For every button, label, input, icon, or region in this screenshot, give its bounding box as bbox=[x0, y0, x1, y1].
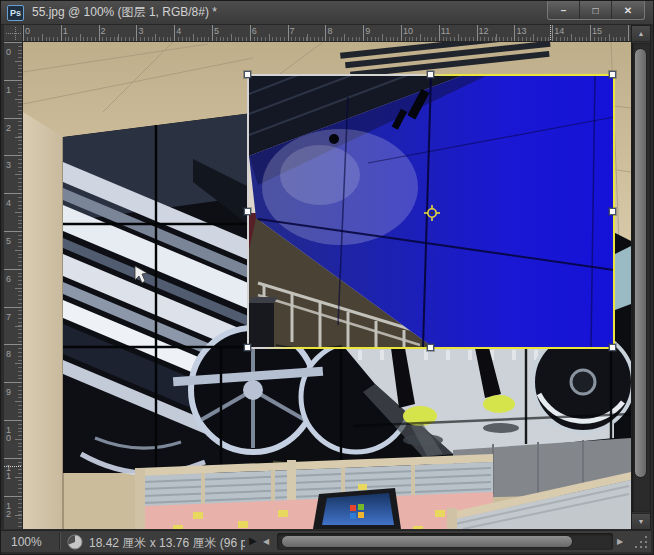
arrow-up-icon: ▲ bbox=[638, 30, 645, 37]
photoshop-document-window: Ps 55.jpg @ 100% (图层 1, RGB/8#) * – □ ✕ … bbox=[0, 0, 654, 555]
document-dimensions[interactable]: 18.42 厘米 x 13.76 厘米 (96 p... bbox=[89, 535, 245, 552]
minimize-button[interactable]: – bbox=[548, 1, 580, 19]
h-ruler-label: 0 bbox=[25, 26, 30, 36]
v-ruler-label: 10 bbox=[6, 426, 15, 442]
transform-handle-top-center[interactable] bbox=[427, 71, 434, 78]
vertical-scroll-thumb[interactable] bbox=[634, 48, 647, 478]
transform-layer[interactable] bbox=[248, 75, 614, 348]
minimize-icon: – bbox=[561, 5, 567, 16]
left-wall bbox=[23, 112, 63, 529]
v-ruler-label: 9 bbox=[6, 388, 15, 396]
restore-icon: □ bbox=[592, 5, 598, 16]
statusbar-divider bbox=[59, 533, 61, 550]
arrow-down-icon: ▼ bbox=[638, 518, 645, 525]
v-ruler-label: 7 bbox=[6, 313, 15, 321]
v-ruler-label: 1 bbox=[6, 86, 15, 94]
v-ruler-label: 5 bbox=[6, 237, 15, 245]
transform-handle-bottom-left[interactable] bbox=[244, 344, 251, 351]
scroll-right-button[interactable]: ▶ bbox=[617, 537, 623, 546]
close-icon: ✕ bbox=[624, 5, 632, 16]
horizontal-ruler[interactable]: 0 1 2 3 4 5 6 7 8 9 10 11 12 13 14 15 bbox=[23, 25, 631, 42]
scroll-up-button[interactable]: ▲ bbox=[632, 26, 650, 42]
h-ruler-label: 3 bbox=[138, 26, 143, 36]
transform-handle-top-right[interactable] bbox=[609, 71, 616, 78]
vertical-scrollbar[interactable]: ▲ ▼ bbox=[631, 25, 651, 530]
zoom-level-field[interactable]: 100% bbox=[11, 535, 42, 549]
restore-button[interactable]: □ bbox=[580, 1, 612, 19]
close-button[interactable]: ✕ bbox=[612, 1, 644, 19]
scroll-left-button[interactable]: ◀ bbox=[263, 537, 269, 546]
h-ruler-label: 5 bbox=[214, 26, 219, 36]
vertical-scroll-track[interactable] bbox=[632, 43, 650, 512]
cursor-position-indicator bbox=[550, 25, 551, 42]
document-title: 55.jpg @ 100% (图层 1, RGB/8#) * bbox=[32, 4, 217, 21]
transform-reference-point[interactable] bbox=[423, 204, 441, 222]
pc-tower bbox=[248, 297, 278, 348]
h-ruler-label: 8 bbox=[327, 26, 332, 36]
v-ruler-label: 3 bbox=[6, 161, 15, 169]
ruler-origin-box[interactable] bbox=[4, 25, 23, 42]
h-ruler-label: 11 bbox=[441, 26, 450, 36]
transform-handle-middle-left[interactable] bbox=[244, 208, 251, 215]
h-ruler-label: 4 bbox=[176, 26, 181, 36]
horizontal-scroll-thumb[interactable] bbox=[281, 535, 573, 548]
h-ruler-label: 2 bbox=[101, 26, 106, 36]
status-options-arrow[interactable]: ▶ bbox=[249, 535, 257, 546]
v-ruler-label: 2 bbox=[6, 124, 15, 132]
h-ruler-label: 9 bbox=[365, 26, 370, 36]
v-ruler-label: 12 bbox=[6, 502, 15, 518]
h-ruler-label: 12 bbox=[479, 26, 489, 36]
window-controls: – □ ✕ bbox=[547, 1, 645, 20]
scroll-down-button[interactable]: ▼ bbox=[632, 513, 650, 529]
h-ruler-label: 14 bbox=[554, 26, 564, 36]
laptop bbox=[313, 488, 401, 529]
titlebar[interactable]: Ps 55.jpg @ 100% (图层 1, RGB/8#) * – □ ✕ bbox=[1, 1, 654, 25]
right-shoe bbox=[483, 395, 515, 413]
transform-handle-top-left[interactable] bbox=[244, 71, 251, 78]
cursor-position-indicator bbox=[4, 466, 23, 467]
glass-panel bbox=[615, 246, 631, 310]
status-bar: 100% 18.42 厘米 x 13.76 厘米 (96 p... ▶ ◀ ▶ bbox=[1, 530, 651, 552]
reference-point-icon bbox=[423, 204, 441, 222]
transform-handle-bottom-center[interactable] bbox=[427, 344, 434, 351]
transform-handle-bottom-right[interactable] bbox=[609, 344, 616, 351]
v-ruler-label: 6 bbox=[6, 275, 15, 283]
document-canvas[interactable] bbox=[23, 42, 631, 529]
h-ruler-label: 13 bbox=[516, 26, 526, 36]
transform-handle-middle-right[interactable] bbox=[609, 208, 616, 215]
h-ruler-label: 10 bbox=[403, 26, 413, 36]
h-ruler-label: 6 bbox=[252, 26, 257, 36]
document-status-icon[interactable] bbox=[67, 534, 83, 550]
v-ruler-label: 0 bbox=[6, 48, 15, 56]
vertical-ruler[interactable]: 0 1 2 3 4 5 6 7 8 9 10 11 12 bbox=[4, 42, 23, 529]
v-ruler-label: 8 bbox=[6, 350, 15, 358]
photoshop-app-icon: Ps bbox=[7, 5, 24, 21]
h-ruler-label: 15 bbox=[592, 26, 602, 36]
h-ruler-label: 7 bbox=[290, 26, 295, 36]
window-resize-grip[interactable] bbox=[633, 534, 649, 550]
h-ruler-label: 1 bbox=[63, 26, 68, 36]
horizontal-scroll-track[interactable] bbox=[277, 533, 613, 550]
v-ruler-label: 4 bbox=[6, 199, 15, 207]
